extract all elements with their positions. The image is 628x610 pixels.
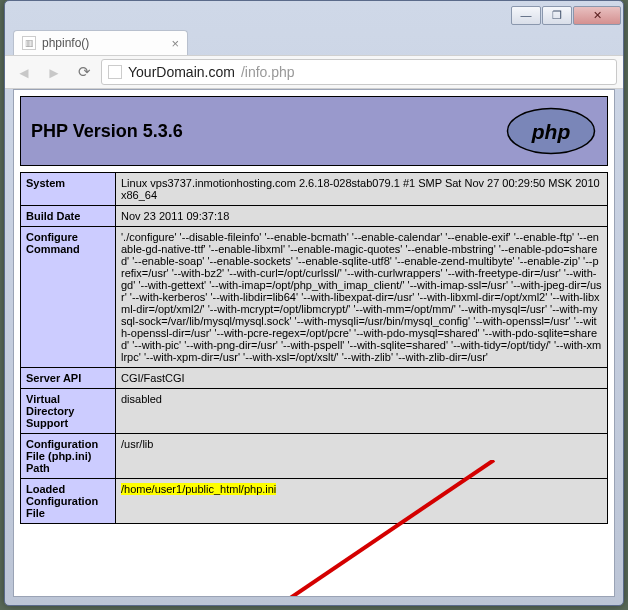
row-value: /usr/lib	[116, 434, 608, 479]
row-label: Server API	[21, 368, 116, 389]
close-icon[interactable]: ×	[171, 36, 179, 51]
row-label: System	[21, 173, 116, 206]
row-label: Configuration File (php.ini) Path	[21, 434, 116, 479]
row-label: Loaded Configuration File	[21, 479, 116, 524]
browser-window: — ❐ ✕ ▥ phpinfo() × ◄ ► ⟳ YourDomain.com…	[4, 0, 624, 606]
close-button[interactable]: ✕	[573, 6, 621, 25]
highlighted-value: /home/user1/public_html/php.ini	[121, 483, 276, 495]
row-value: disabled	[116, 389, 608, 434]
row-label: Configure Command	[21, 227, 116, 368]
phpinfo-table: SystemLinux vps3737.inmotionhosting.com …	[20, 172, 608, 524]
tab-phpinfo[interactable]: ▥ phpinfo() ×	[13, 30, 188, 55]
row-value: CGI/FastCGI	[116, 368, 608, 389]
table-row: Build DateNov 23 2011 09:37:18	[21, 206, 608, 227]
page-content: PHP Version 5.3.6 php SystemLinux vps373…	[13, 89, 615, 597]
url-host: YourDomain.com	[128, 64, 235, 80]
table-row: SystemLinux vps3737.inmotionhosting.com …	[21, 173, 608, 206]
address-bar[interactable]: YourDomain.com/info.php	[101, 59, 617, 85]
reload-button[interactable]: ⟳	[71, 59, 97, 85]
php-logo-icon: php	[505, 107, 597, 155]
row-value: './configure' '--disable-fileinfo' '--en…	[116, 227, 608, 368]
svg-text:php: php	[531, 120, 571, 143]
row-label: Virtual Directory Support	[21, 389, 116, 434]
row-value: /home/user1/public_html/php.ini	[116, 479, 608, 524]
forward-button[interactable]: ►	[41, 59, 67, 85]
table-row: Configure Command'./configure' '--disabl…	[21, 227, 608, 368]
window-titlebar: — ❐ ✕	[5, 1, 623, 29]
file-icon: ▥	[22, 36, 36, 50]
row-value: Linux vps3737.inmotionhosting.com 2.6.18…	[116, 173, 608, 206]
table-row: Virtual Directory Supportdisabled	[21, 389, 608, 434]
row-label: Build Date	[21, 206, 116, 227]
browser-toolbar: ◄ ► ⟳ YourDomain.com/info.php	[5, 55, 623, 89]
back-button[interactable]: ◄	[11, 59, 37, 85]
table-row: Loaded Configuration File/home/user1/pub…	[21, 479, 608, 524]
tab-strip: ▥ phpinfo() ×	[5, 29, 623, 55]
maximize-button[interactable]: ❐	[542, 6, 572, 25]
table-row: Configuration File (php.ini) Path/usr/li…	[21, 434, 608, 479]
tab-title: phpinfo()	[42, 36, 89, 50]
window-controls: — ❐ ✕	[511, 6, 621, 25]
minimize-button[interactable]: —	[511, 6, 541, 25]
url-path: /info.php	[241, 64, 295, 80]
php-version-title: PHP Version 5.3.6	[31, 121, 183, 142]
table-row: Server APICGI/FastCGI	[21, 368, 608, 389]
site-icon	[108, 65, 122, 79]
row-value: Nov 23 2011 09:37:18	[116, 206, 608, 227]
php-header: PHP Version 5.3.6 php	[20, 96, 608, 166]
